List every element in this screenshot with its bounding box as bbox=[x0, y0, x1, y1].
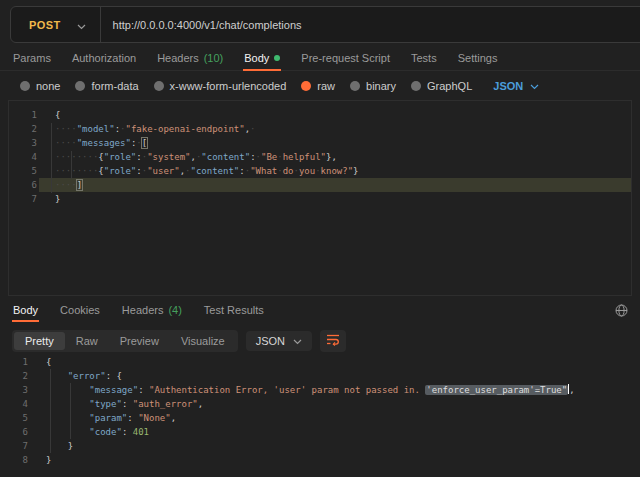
body-mode-label-form-data: form-data bbox=[91, 80, 138, 92]
tab-body[interactable]: Body bbox=[243, 46, 281, 70]
code-token: 401 bbox=[133, 427, 149, 437]
code-token: "system" bbox=[147, 152, 190, 162]
response-tab-headers[interactable]: Headers(4) bbox=[121, 299, 183, 321]
body-mode-radio-raw[interactable]: raw bbox=[301, 80, 335, 92]
code-token bbox=[46, 413, 89, 423]
response-tab-body[interactable]: Body bbox=[12, 299, 39, 321]
code-token: : bbox=[122, 399, 133, 409]
code-token bbox=[46, 427, 89, 437]
code-line: 7 } bbox=[0, 439, 640, 453]
method-select[interactable]: POST bbox=[11, 16, 100, 34]
code-token: , bbox=[171, 413, 176, 423]
request-url-bar: POST http://0.0.0.0:4000/v1/chat/complet… bbox=[10, 6, 640, 43]
method-label: POST bbox=[29, 19, 61, 31]
body-mode-radio-x-www-form-urlencoded[interactable]: x-www-form-urlencoded bbox=[154, 80, 287, 92]
tab-body-label: Body bbox=[244, 52, 269, 64]
view-toggle-preview[interactable]: Preview bbox=[109, 332, 170, 350]
wrap-text-button[interactable] bbox=[320, 330, 346, 352]
response-tab-test-results[interactable]: Test Results bbox=[203, 299, 265, 321]
code-token: { bbox=[55, 110, 60, 120]
code-content: ········{"role":·"user",·"content":·"Wha… bbox=[39, 164, 631, 178]
code-line: 4········{"role":·"system",·"content":·"… bbox=[9, 150, 631, 164]
body-mode-label-graphql: GraphQL bbox=[427, 80, 472, 92]
code-content: ····"model":·"fake-openai-endpoint",· bbox=[39, 122, 631, 136]
code-token: "content" bbox=[191, 166, 240, 176]
raw-language-label: JSON bbox=[493, 80, 523, 92]
code-line: 5········{"role":·"user",·"content":·"Wh… bbox=[9, 164, 631, 178]
body-mode-label-raw: raw bbox=[317, 80, 335, 92]
code-token: "auth_error" bbox=[133, 399, 198, 409]
code-content: ····] bbox=[39, 178, 631, 192]
line-number: 6 bbox=[9, 178, 39, 192]
code-token: "user" bbox=[147, 166, 180, 176]
body-mode-label-binary: binary bbox=[366, 80, 396, 92]
tab-headers[interactable]: Headers(10) bbox=[156, 46, 224, 70]
raw-language-select[interactable]: JSON bbox=[493, 80, 539, 92]
indent-guide bbox=[70, 383, 71, 439]
code-token: ] bbox=[77, 180, 82, 190]
tab-params-label: Params bbox=[13, 52, 51, 64]
code-content: "type": "auth_error", bbox=[30, 397, 640, 411]
tab-tests[interactable]: Tests bbox=[410, 46, 438, 70]
response-tab-headers-label: Headers bbox=[122, 304, 164, 316]
line-number: 4 bbox=[0, 397, 30, 411]
response-tab-cookies[interactable]: Cookies bbox=[59, 299, 101, 321]
code-line: 2 "error": { bbox=[0, 369, 640, 383]
code-line: 2····"model":·"fake-openai-endpoint",· bbox=[9, 122, 631, 136]
code-line: 5 "param": "None", bbox=[0, 411, 640, 425]
code-line: 7} bbox=[9, 192, 631, 206]
code-content: } bbox=[30, 453, 640, 467]
code-token: do bbox=[283, 166, 294, 176]
code-token: } bbox=[68, 441, 73, 451]
response-body-viewer[interactable]: 1{2 "error": {3 "message": "Authenticati… bbox=[0, 353, 640, 477]
indent-guide bbox=[50, 369, 51, 453]
tab-headers-label: Headers bbox=[157, 52, 199, 64]
line-number: 3 bbox=[9, 136, 39, 150]
response-language-select[interactable]: JSON bbox=[246, 331, 312, 351]
tab-settings[interactable]: Settings bbox=[457, 46, 499, 70]
code-line: 4 "type": "auth_error", bbox=[0, 397, 640, 411]
body-mode-label-none: none bbox=[36, 80, 60, 92]
tab-tests-label: Tests bbox=[411, 52, 437, 64]
body-mode-radio-graphql[interactable]: GraphQL bbox=[411, 80, 472, 92]
line-number: 1 bbox=[0, 355, 30, 369]
code-content: { bbox=[30, 355, 640, 369]
view-toggle-visualize[interactable]: Visualize bbox=[170, 332, 236, 350]
code-content: } bbox=[30, 439, 640, 453]
line-number: 7 bbox=[9, 192, 39, 206]
body-mode-radio-binary[interactable]: binary bbox=[350, 80, 396, 92]
body-mode-radio-form-data[interactable]: form-data bbox=[75, 80, 138, 92]
line-number: 5 bbox=[9, 164, 39, 178]
radio-dot-icon bbox=[20, 81, 30, 91]
indent-guide bbox=[51, 123, 52, 193]
code-content: ········{"role":·"system",·"content":·"B… bbox=[39, 150, 631, 164]
line-number: 3 bbox=[0, 383, 30, 397]
code-token: } bbox=[353, 166, 358, 176]
request-body-editor[interactable]: 1{2····"model":·"fake-openai-endpoint",·… bbox=[8, 100, 632, 296]
tab-pre-request-script[interactable]: Pre-request Script bbox=[300, 46, 391, 70]
tab-authorization[interactable]: Authorization bbox=[71, 46, 137, 70]
view-toggle-group: PrettyRawPreviewVisualize bbox=[12, 330, 238, 352]
code-token: know?" bbox=[321, 166, 354, 176]
response-language-label: JSON bbox=[256, 335, 285, 347]
url-input[interactable]: http://0.0.0.0:4000/v1/chat/completions bbox=[101, 19, 302, 31]
code-token: you bbox=[299, 166, 315, 176]
response-tab-headers-count: (4) bbox=[168, 304, 181, 316]
radio-dot-icon bbox=[301, 81, 311, 91]
code-token: } bbox=[46, 455, 51, 465]
globe-icon[interactable] bbox=[615, 303, 628, 321]
code-token: · bbox=[136, 138, 141, 148]
tab-headers-count: (10) bbox=[204, 52, 224, 64]
view-toggle-pretty[interactable]: Pretty bbox=[14, 332, 65, 350]
line-number: 2 bbox=[9, 122, 39, 136]
body-mode-row: noneform-datax-www-form-urlencodedrawbin… bbox=[0, 75, 539, 97]
code-token: helpful" bbox=[283, 152, 326, 162]
code-token: · bbox=[250, 124, 255, 134]
view-toggle-raw[interactable]: Raw bbox=[65, 332, 109, 350]
line-number: 2 bbox=[0, 369, 30, 383]
code-token bbox=[46, 399, 89, 409]
code-line: 3 "message": "Authentication Error, 'use… bbox=[0, 383, 640, 397]
tab-params[interactable]: Params bbox=[12, 46, 52, 70]
code-token: "content" bbox=[201, 152, 250, 162]
body-mode-radio-none[interactable]: none bbox=[20, 80, 60, 92]
